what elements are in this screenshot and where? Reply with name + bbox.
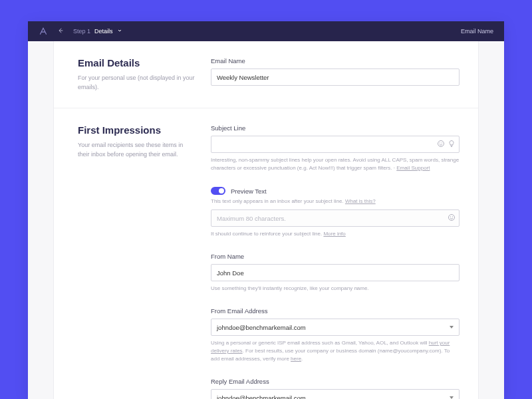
svg-point-2 — [442, 143, 442, 144]
from-name-input[interactable]: John Doe — [211, 264, 460, 281]
step-breadcrumb[interactable]: Step 1 Details — [73, 28, 122, 35]
emoji-icon[interactable] — [448, 212, 456, 224]
topbar-right-label: Email Name — [461, 28, 493, 35]
form-panel: Email Details For your personal use (not… — [53, 41, 479, 399]
back-arrow-icon[interactable] — [57, 27, 64, 35]
from-email-helper: Using a personal or generic ISP email ad… — [211, 339, 460, 363]
preview-text-toggle-label: Preview Text — [231, 188, 267, 195]
section-first-impressions-header: First Impressions Your email recipients … — [78, 124, 211, 399]
section-email-details-header: Email Details For your personal use (not… — [78, 57, 211, 92]
svg-point-4 — [450, 217, 451, 217]
from-email-label: From Email Address — [211, 307, 460, 315]
svg-point-1 — [440, 143, 440, 144]
email-support-link[interactable]: Email Support — [396, 165, 430, 171]
topbar: Step 1 Details Email Name — [28, 21, 504, 41]
field-from-name: From Name John Doe Use something they'll… — [211, 253, 460, 293]
section-title: First Impressions — [78, 124, 195, 136]
app-frame: Step 1 Details Email Name Email Details … — [28, 21, 504, 399]
more-info-link[interactable]: More info — [323, 231, 345, 237]
svg-point-0 — [438, 141, 444, 147]
subject-line-helper: Interesting, non-spammy subject lines he… — [211, 156, 460, 172]
topbar-left: Step 1 Details — [39, 27, 122, 36]
field-from-email: From Email Address johndoe@benchmarkemai… — [211, 307, 460, 363]
section-description: For your personal use (not displayed in … — [78, 74, 195, 92]
preview-text-below-helper: It should continue to reinforce your sub… — [211, 230, 460, 238]
from-name-helper: Use something they'll instantly recogniz… — [211, 285, 460, 293]
reply-email-select[interactable]: johndoe@benchmarkemail.com — [211, 389, 460, 399]
subject-line-input[interactable] — [211, 136, 460, 153]
preview-text-subhelper: This text only appears in an inbox after… — [211, 198, 460, 205]
chevron-down-icon — [450, 326, 454, 329]
svg-point-3 — [449, 215, 455, 221]
preview-text-input[interactable]: Maximum 80 characters. — [211, 209, 460, 227]
field-subject-line: Subject Line — [211, 124, 460, 172]
lightbulb-icon[interactable] — [448, 138, 456, 150]
what-is-this-link[interactable]: What is this? — [345, 198, 376, 204]
field-reply-email: Reply Email Address johndoe@benchmarkema… — [211, 378, 460, 399]
email-name-label: Email Name — [211, 57, 460, 65]
from-name-label: From Name — [211, 253, 460, 260]
field-email-name: Email Name Weekly Newsletter — [211, 57, 460, 86]
emoji-icon[interactable] — [437, 138, 445, 150]
app-logo — [39, 27, 48, 36]
svg-point-5 — [452, 217, 453, 217]
section-title: Email Details — [78, 57, 195, 68]
chevron-down-icon — [450, 396, 454, 399]
verify-here-link[interactable]: here — [291, 356, 301, 362]
from-email-select[interactable]: johndoe@benchmarkemail.com — [211, 319, 460, 336]
section-first-impressions: First Impressions Your email recipients … — [54, 108, 478, 399]
step-name: Details — [94, 28, 113, 35]
content-area: Email Details For your personal use (not… — [28, 41, 504, 399]
reply-email-label: Reply Email Address — [211, 378, 460, 385]
section-email-details: Email Details For your personal use (not… — [54, 41, 478, 108]
field-preview-text: Preview Text This text only appears in a… — [211, 187, 460, 238]
preview-text-toggle[interactable] — [211, 187, 225, 195]
chevron-down-icon — [117, 28, 122, 35]
subject-line-label: Subject Line — [211, 124, 460, 132]
section-description: Your email recipients see these items in… — [78, 141, 195, 159]
email-name-input[interactable]: Weekly Newsletter — [211, 68, 460, 86]
step-number: Step 1 — [73, 28, 90, 35]
